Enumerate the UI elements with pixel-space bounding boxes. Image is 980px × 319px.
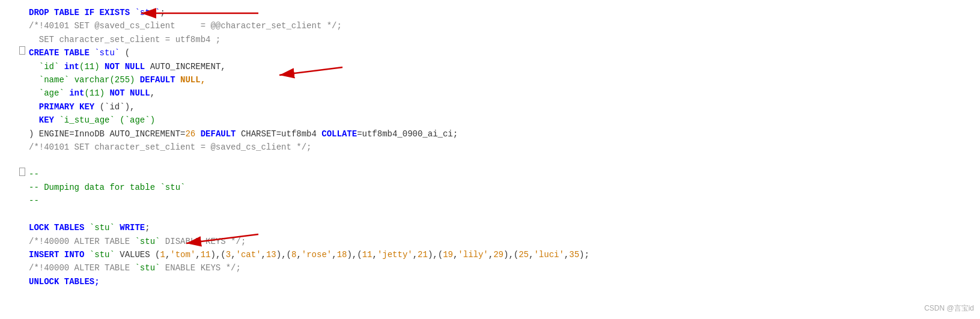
code-line: SET character_set_client = utf8mb4 ;: [18, 33, 968, 46]
code-token: 26: [185, 129, 195, 139]
code-block: DROP TABLE IF EXISTS `stu`;/*!40101 SET …: [0, 0, 980, 294]
code-line: DROP TABLE IF EXISTS `stu`;: [18, 6, 968, 19]
code-token: NULL,: [180, 75, 205, 85]
code-token: 21: [418, 250, 428, 260]
code-token: `stu`: [94, 48, 120, 58]
line-content: INSERT INTO `stu` VALUES (1,'tom',11),(3…: [29, 248, 968, 261]
code-line: ) ENGINE=InnoDB AUTO_INCREMENT=26 DEFAUL…: [18, 127, 968, 141]
code-token: ,: [564, 250, 569, 260]
line-content: /*!40000 ALTER TABLE `stu` DISABLE KEYS …: [29, 235, 968, 248]
gutter: [18, 168, 26, 176]
code-token: `i_stu_age` (`age`): [59, 115, 155, 125]
code-line: `age` int(11) NOT NULL,: [18, 87, 968, 100]
code-line: INSERT INTO `stu` VALUES (1,'tom',11),(3…: [18, 248, 968, 261]
code-token: `stu`: [90, 223, 120, 232]
code-line: LOCK TABLES `stu` WRITE;: [18, 221, 968, 234]
code-token: /*!40101 SET character_set_client = @sav…: [29, 142, 311, 152]
line-content: KEY `i_stu_age` (`age`): [29, 114, 968, 127]
code-token: 'cat': [236, 250, 261, 260]
code-token: `stu`: [90, 250, 115, 260]
code-token: NOT NULL: [105, 62, 150, 71]
line-content: [29, 208, 968, 221]
code-token: =utf8mb4_0900_ai_ci;: [357, 129, 458, 139]
code-line: --: [18, 168, 968, 181]
code-token: ,: [150, 88, 155, 98]
code-token: ENABLE KEYS */;: [160, 263, 240, 273]
code-token: int: [64, 62, 79, 71]
code-token: VALUES (: [115, 250, 160, 260]
code-line: /*!40101 SET character_set_client = @sav…: [18, 141, 968, 154]
code-token: `stu`: [160, 183, 185, 192]
code-token: AUTO_INCREMENT,: [150, 62, 226, 71]
code-token: /*!40000 ALTER TABLE: [29, 237, 135, 246]
code-token: 'lily': [458, 250, 488, 260]
code-token: ),(: [211, 250, 226, 260]
code-token: 29: [493, 250, 504, 260]
code-token: ;: [160, 8, 165, 17]
line-content: DROP TABLE IF EXISTS `stu`;: [29, 6, 968, 19]
line-content: `age` int(11) NOT NULL,: [29, 87, 968, 100]
code-token: ),(: [347, 250, 362, 260]
code-token: ),(: [428, 250, 443, 260]
code-token: 3: [226, 250, 231, 260]
code-line: /*!40000 ALTER TABLE `stu` ENABLE KEYS *…: [18, 261, 968, 275]
code-token: varchar(255): [75, 75, 140, 85]
code-token: DROP TABLE IF EXISTS: [29, 8, 135, 17]
code-token: `name`: [29, 75, 75, 85]
code-token: WRITE: [120, 223, 145, 232]
code-token: /*!40000 ALTER TABLE: [29, 263, 135, 273]
code-token: [29, 102, 39, 112]
code-line: /*!40101 SET @saved_cs_client = @@charac…: [18, 19, 968, 32]
code-token: 18: [337, 250, 347, 260]
code-token: 'rose': [302, 250, 332, 260]
code-token: KEY: [29, 115, 59, 125]
code-token: ,: [488, 250, 493, 260]
code-token: ;: [145, 223, 150, 232]
code-token: ,: [195, 250, 200, 260]
code-token: 'luci': [534, 250, 564, 260]
code-line: /*!40000 ALTER TABLE `stu` DISABLE KEYS …: [18, 235, 968, 248]
code-line: KEY `i_stu_age` (`age`): [18, 114, 968, 127]
code-token: `age`: [29, 88, 69, 98]
code-token: --: [29, 169, 39, 179]
code-token: UNLOCK TABLES;: [29, 277, 100, 287]
line-content: /*!40000 ALTER TABLE `stu` ENABLE KEYS *…: [29, 261, 968, 275]
line-content: --: [29, 194, 968, 207]
code-token: 13: [266, 250, 276, 260]
code-line: `id` int(11) NOT NULL AUTO_INCREMENT,: [18, 60, 968, 73]
gutter-marker: [19, 168, 25, 176]
code-token: ,: [261, 250, 266, 260]
code-token: ,: [413, 250, 418, 260]
code-token: 25: [519, 250, 529, 260]
code-token: INSERT INTO: [29, 250, 90, 260]
watermark: CSDN @言宝id: [924, 303, 974, 314]
code-token: DISABLE KEYS */;: [160, 237, 246, 246]
code-token: );: [579, 250, 589, 260]
code-token: (: [120, 48, 130, 58]
code-token: LOCK TABLES: [29, 223, 90, 232]
code-line: -- Dumping data for table `stu`: [18, 181, 968, 194]
code-token: 35: [569, 250, 579, 260]
code-token: NOT NULL: [109, 88, 150, 98]
code-token: 1: [160, 250, 165, 260]
code-token: (11): [79, 62, 105, 71]
line-content: [29, 154, 968, 167]
code-token: ,: [231, 250, 236, 260]
line-content: -- Dumping data for table `stu`: [29, 181, 968, 194]
line-content: /*!40101 SET @saved_cs_client = @@charac…: [29, 19, 968, 32]
code-line: `name` varchar(255) DEFAULT NULL,: [18, 73, 968, 87]
line-content: `name` varchar(255) DEFAULT NULL,: [29, 73, 968, 87]
code-token: `stu`: [135, 263, 160, 273]
code-token: SET character_set_client = utf8mb4 ;: [29, 35, 221, 44]
line-content: /*!40101 SET character_set_client = @sav…: [29, 141, 968, 154]
code-token: CHARSET=utf8mb4: [236, 129, 321, 139]
code-token: int: [69, 88, 84, 98]
code-line: UNLOCK TABLES;: [18, 275, 968, 288]
code-line: CREATE TABLE `stu` (: [18, 46, 968, 59]
gutter-marker: [19, 46, 25, 55]
code-token: PRIMARY KEY: [39, 102, 100, 112]
code-token: 11: [201, 250, 211, 260]
code-token: (`id`),: [100, 102, 135, 112]
code-token: ),(: [276, 250, 291, 260]
code-token: `id`: [29, 62, 64, 71]
